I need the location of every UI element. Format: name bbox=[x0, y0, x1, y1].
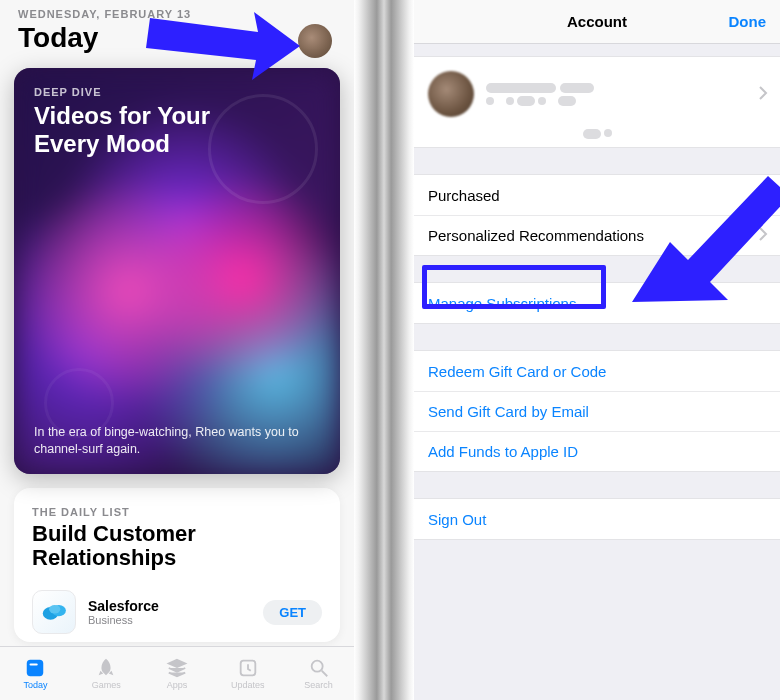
story-title: Build Customer Relationships bbox=[32, 522, 322, 570]
chevron-right-icon bbox=[758, 187, 768, 204]
nav-title: Account bbox=[567, 13, 627, 30]
tab-apps[interactable]: Apps bbox=[146, 657, 208, 690]
tab-games[interactable]: Games bbox=[75, 657, 137, 690]
manage-subscriptions-cell[interactable]: Manage Subscriptions bbox=[414, 283, 780, 323]
apple-id-cell[interactable] bbox=[414, 57, 780, 123]
app-store-today-screen: WEDNESDAY, FEBRUARY 13 Today DEEP DIVE V… bbox=[0, 0, 354, 700]
svg-point-6 bbox=[311, 661, 322, 672]
profile-avatar-button[interactable] bbox=[298, 24, 332, 58]
rocket-icon bbox=[95, 657, 117, 679]
cell-label: Purchased bbox=[428, 187, 500, 204]
svg-point-2 bbox=[49, 605, 60, 613]
send-gift-card-cell[interactable]: Send Gift Card by Email bbox=[414, 391, 780, 431]
today-date: WEDNESDAY, FEBRUARY 13 bbox=[18, 8, 336, 20]
purchased-cell[interactable]: Purchased bbox=[414, 175, 780, 215]
app-icon-salesforce bbox=[32, 590, 76, 634]
cell-label: Manage Subscriptions bbox=[428, 295, 576, 312]
app-name: Salesforce bbox=[88, 598, 263, 614]
redeem-gift-card-cell[interactable]: Redeem Gift Card or Code bbox=[414, 351, 780, 391]
page-title: Today bbox=[18, 22, 336, 54]
tab-today[interactable]: Today bbox=[4, 657, 66, 690]
account-settings-screen: Account Done Purchased bbox=[414, 0, 780, 700]
story-caption: In the era of binge-watching, Rheo wants… bbox=[34, 424, 320, 458]
cell-label: Redeem Gift Card or Code bbox=[428, 363, 606, 380]
tab-updates[interactable]: Updates bbox=[217, 657, 279, 690]
story-eyebrow: DEEP DIVE bbox=[34, 86, 320, 98]
today-icon bbox=[24, 657, 46, 679]
done-button[interactable]: Done bbox=[729, 13, 767, 30]
app-category: Business bbox=[88, 614, 263, 626]
svg-rect-3 bbox=[27, 660, 44, 677]
cell-label: Sign Out bbox=[428, 511, 486, 528]
tab-search[interactable]: Search bbox=[288, 657, 350, 690]
profile-photo bbox=[428, 71, 474, 117]
chevron-right-icon bbox=[758, 227, 768, 244]
svg-line-7 bbox=[321, 671, 327, 677]
sign-out-cell[interactable]: Sign Out bbox=[414, 499, 780, 539]
updates-icon bbox=[237, 657, 259, 679]
search-icon bbox=[308, 657, 330, 679]
svg-rect-4 bbox=[30, 663, 38, 665]
personalized-recommendations-cell[interactable]: Personalized Recommendations bbox=[414, 215, 780, 255]
story-eyebrow: THE DAILY LIST bbox=[32, 506, 322, 518]
chevron-right-icon bbox=[758, 86, 768, 103]
story-card-daily-list[interactable]: THE DAILY LIST Build Customer Relationsh… bbox=[14, 488, 340, 642]
app-row: Salesforce Business GET bbox=[32, 590, 322, 634]
add-funds-cell[interactable]: Add Funds to Apple ID bbox=[414, 431, 780, 471]
cell-label: Personalized Recommendations bbox=[428, 227, 644, 244]
nav-bar: Account Done bbox=[414, 0, 780, 44]
redacted-name bbox=[486, 83, 556, 93]
today-header: WEDNESDAY, FEBRUARY 13 Today bbox=[0, 0, 354, 58]
cell-label: Add Funds to Apple ID bbox=[428, 443, 578, 460]
story-title: Videos for Your Every Mood bbox=[34, 102, 234, 157]
cell-label: Send Gift Card by Email bbox=[428, 403, 589, 420]
story-card-deep-dive[interactable]: DEEP DIVE Videos for Your Every Mood In … bbox=[14, 68, 340, 474]
redacted-email bbox=[414, 123, 780, 147]
tab-bar: Today Games Apps Updates Search bbox=[0, 646, 354, 700]
get-button[interactable]: GET bbox=[263, 600, 322, 625]
layers-icon bbox=[166, 657, 188, 679]
profile-group bbox=[414, 56, 780, 148]
phone-divider bbox=[354, 0, 414, 700]
